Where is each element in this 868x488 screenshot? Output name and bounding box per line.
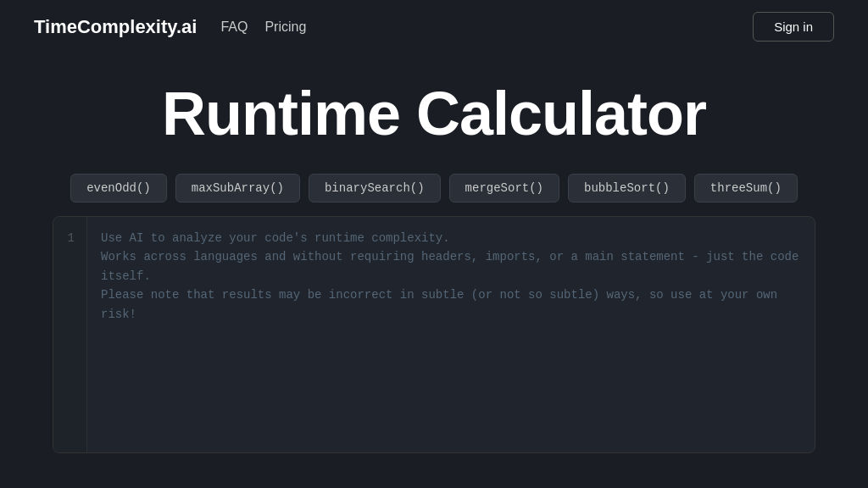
- pricing-link[interactable]: Pricing: [264, 19, 306, 35]
- examples-row: evenOdd() maxSubArray() binarySearch() m…: [70, 174, 798, 202]
- example-mergesort[interactable]: mergeSort(): [449, 174, 559, 202]
- main-nav: FAQ Pricing: [220, 19, 753, 35]
- example-evenodd[interactable]: evenOdd(): [70, 174, 167, 202]
- page-title: Runtime Calculator: [162, 79, 706, 148]
- example-binarysearch[interactable]: binarySearch(): [309, 174, 441, 202]
- faq-link[interactable]: FAQ: [220, 19, 248, 35]
- code-editor-container: 1: [53, 216, 815, 453]
- logo: TimeComplexity.ai: [34, 16, 197, 38]
- example-bubblesort[interactable]: bubbleSort(): [568, 174, 686, 202]
- code-input[interactable]: [87, 217, 815, 452]
- example-threesum[interactable]: threeSum(): [694, 174, 798, 202]
- sign-in-button[interactable]: Sign in: [753, 12, 834, 42]
- line-numbers: 1: [53, 217, 87, 452]
- example-maxsubarray[interactable]: maxSubArray(): [175, 174, 300, 202]
